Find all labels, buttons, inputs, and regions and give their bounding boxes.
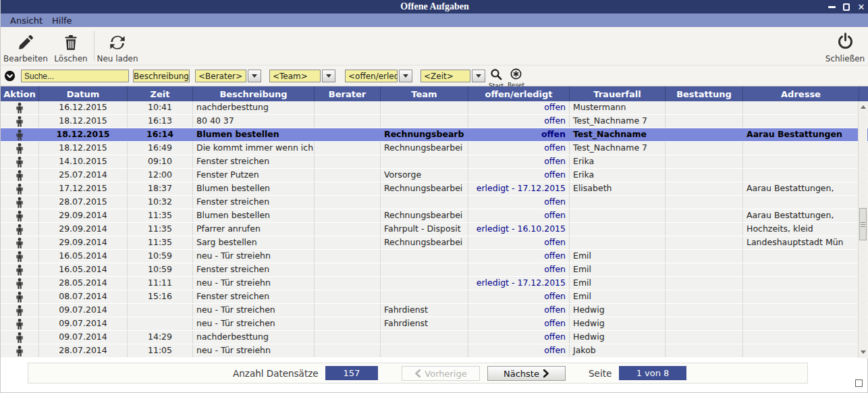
table-row[interactable]: 28.05.2014 11:11 neu - Tür streiehn erle…: [1, 277, 868, 290]
person-icon[interactable]: [16, 265, 24, 276]
scroll-up-button[interactable]: [859, 102, 867, 112]
filter-team-dropdown[interactable]: <Team>: [269, 70, 335, 82]
table-row[interactable]: 25.07.2014 12:00 Fenster Putzen Vorsorge…: [1, 169, 868, 182]
table-row[interactable]: 18.12.2015 16:13 80 40 37 offen Test_Nac…: [1, 115, 868, 128]
next-page-button[interactable]: Nächste: [487, 366, 566, 381]
person-icon[interactable]: [16, 224, 24, 235]
status-cell: offen: [468, 101, 570, 114]
table-row[interactable]: 14.10.2015 09:10 Fenster streichen offen…: [1, 155, 868, 169]
column-header-bestattung[interactable]: Bestattung: [666, 86, 743, 101]
menu-ansicht[interactable]: Ansicht: [10, 16, 43, 26]
resize-corner-box[interactable]: [855, 379, 863, 387]
table-row[interactable]: 29.09.2014 11:35 Blumen bestellen Rechnu…: [1, 209, 868, 223]
table-row[interactable]: 29.09.2014 11:35 Sarg bestellen Rechnung…: [1, 236, 868, 250]
adresse-cell: Landeshauptstadt Mün: [743, 236, 859, 249]
status-dropdown-button[interactable]: [399, 70, 412, 82]
datum-cell: 14.10.2015: [39, 155, 128, 168]
table-row[interactable]: 09.07.2014 neu - Tür streichen Fahrdiens…: [1, 317, 868, 331]
person-icon[interactable]: [16, 130, 24, 140]
table-row[interactable]: 29.09.2014 11:35 Pfarrer anrufen Fahrpul…: [1, 223, 868, 236]
column-header-status[interactable]: offen/erledigt: [468, 86, 570, 101]
edit-button[interactable]: Bearbeiten: [5, 30, 47, 63]
close-button[interactable]: Schließen: [824, 30, 866, 63]
column-header-berater[interactable]: Berater: [315, 86, 381, 101]
filter-zeit-dropdown[interactable]: <Zeit>: [421, 70, 485, 82]
maximize-button[interactable]: [842, 2, 851, 11]
team-dropdown-button[interactable]: [322, 70, 335, 82]
table-row[interactable]: 16.05.2014 10:59 neu - Tür streiehn offe…: [1, 250, 868, 263]
adresse-cell: [743, 155, 859, 168]
table-row[interactable]: 18.12.2015 16:14 Blumen bestellen Rechnu…: [1, 128, 868, 142]
table-row[interactable]: 28.07.2014 11:05 neu - Tür streiehn offe…: [1, 344, 868, 358]
zeit-cell: 16:13: [128, 115, 193, 128]
adresse-cell: Aarau Bestattungen,: [743, 182, 859, 195]
berater-cell: [315, 196, 381, 209]
person-icon[interactable]: [16, 184, 24, 194]
search-input[interactable]: [21, 70, 129, 82]
filterbar: <Beschreibung> <Berater> <Team> <offen/e…: [1, 65, 868, 86]
table-row[interactable]: 09.07.2014 neu - Tür streichen Fahrdiens…: [1, 304, 868, 317]
column-header-datum[interactable]: Datum: [39, 86, 128, 101]
toolbar-separator: [94, 31, 94, 61]
person-icon[interactable]: [16, 143, 24, 154]
status-cell: offen: [468, 142, 570, 155]
column-header-aktion[interactable]: Aktion: [1, 86, 39, 101]
table-row[interactable]: 09.07.2014 14:29 nachderbesttung offen H…: [1, 331, 868, 344]
minimize-button[interactable]: [827, 2, 836, 11]
close-window-button[interactable]: ✕: [857, 2, 866, 11]
beschreibung-cell: neu - Tür streichen: [193, 304, 315, 317]
person-icon[interactable]: [16, 211, 24, 221]
table-row[interactable]: 16.12.2015 10:41 nachderbesttung offen M…: [1, 101, 868, 115]
person-icon[interactable]: [16, 116, 24, 127]
person-icon[interactable]: [16, 251, 24, 262]
beschreibung-cell: Blumen bestellen: [193, 128, 315, 141]
filter-berater-dropdown[interactable]: <Berater>: [195, 70, 261, 82]
menu-hilfe[interactable]: Hilfe: [52, 16, 72, 26]
adresse-cell: [743, 304, 859, 317]
table-row[interactable]: 17.12.2015 18:37 Blumen bestellen Rechnu…: [1, 182, 868, 196]
trauerfall-cell: Emil: [570, 250, 666, 263]
table-row[interactable]: 16.05.2014 10:59 Fenster streichen offen…: [1, 263, 868, 277]
zeit-dropdown-button[interactable]: [472, 70, 485, 82]
person-icon[interactable]: [16, 346, 24, 357]
person-icon[interactable]: [16, 332, 24, 343]
bestattung-cell: [666, 250, 743, 263]
berater-cell: [315, 101, 381, 114]
person-icon[interactable]: [16, 170, 24, 181]
person-icon[interactable]: [16, 278, 24, 289]
table-row[interactable]: 28.07.2015 10:32 Fenster streichen offen: [1, 196, 868, 209]
scrollbar-thumb[interactable]: [859, 208, 867, 240]
person-icon[interactable]: [16, 319, 24, 330]
filter-status-dropdown[interactable]: <offen/erledigt>: [345, 70, 412, 82]
person-icon[interactable]: [16, 292, 24, 303]
berater-cell: [315, 209, 381, 222]
beschreibung-cell: Die kommt immer wenn ich: [193, 142, 315, 155]
column-header-team[interactable]: Team: [381, 86, 468, 101]
column-header-zeit[interactable]: Zeit: [128, 86, 193, 101]
berater-cell: [315, 128, 381, 141]
datum-cell: 29.09.2014: [39, 236, 128, 249]
column-header-trauerfall[interactable]: Trauerfall: [570, 86, 666, 101]
column-header-adresse[interactable]: Adresse: [743, 86, 859, 101]
vertical-scrollbar[interactable]: [858, 101, 867, 358]
table-row[interactable]: 18.12.2015 16:49 Die kommt immer wenn ic…: [1, 142, 868, 155]
column-header-beschreibung[interactable]: Beschreibung: [193, 86, 315, 101]
berater-dropdown-button[interactable]: [248, 70, 261, 82]
person-icon[interactable]: [16, 238, 24, 248]
reset-filter-button[interactable]: Reset: [508, 68, 524, 88]
table-row[interactable]: 08.07.2014 15:16 Fenster streichen offen…: [1, 290, 868, 304]
filter-beschreibung-button[interactable]: <Beschreibung>: [133, 70, 190, 82]
person-icon[interactable]: [16, 157, 24, 167]
aktion-cell: [1, 209, 39, 222]
filter-menu-button[interactable]: [4, 70, 16, 84]
person-icon[interactable]: [16, 197, 24, 208]
beschreibung-cell: Fenster streichen: [193, 263, 315, 276]
scroll-down-button[interactable]: [859, 347, 867, 357]
reload-button[interactable]: Neu laden: [97, 30, 138, 63]
person-icon[interactable]: [16, 103, 24, 113]
person-icon[interactable]: [16, 305, 24, 316]
delete-button[interactable]: Löschen: [51, 30, 91, 63]
record-count-label: Anzahl Datensätze: [233, 363, 319, 383]
previous-page-button[interactable]: Vorherige: [402, 366, 480, 381]
aktion-cell: [1, 290, 39, 303]
